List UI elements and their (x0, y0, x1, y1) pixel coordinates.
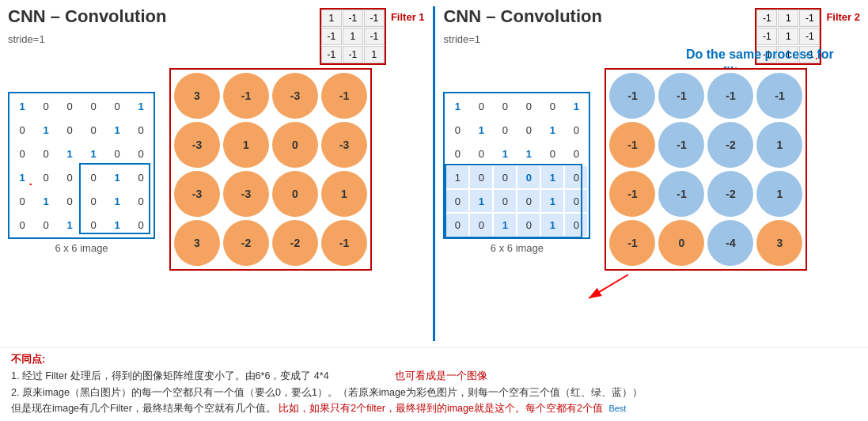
output-cell2: -1 (707, 73, 753, 119)
right-image-label: 6 x 6 image (443, 242, 590, 254)
filter2-cell: -1 (756, 9, 777, 27)
also-label: 也可看成是一个图像 (395, 370, 487, 381)
matrix-cell: 1 (106, 214, 128, 236)
filter1-label: Filter 1 (391, 11, 425, 23)
right-panel: CNN – Convolution stride=1 -1 1 -1 -1 1 … (443, 6, 860, 341)
matrix-cell: 0 (565, 119, 587, 141)
matrix-cell: 0 (494, 190, 516, 212)
matrix-cell: 0 (565, 142, 587, 165)
matrix-cell: 0 (35, 142, 57, 165)
output-cell: 3 (174, 220, 220, 266)
matrix-cell: 0 (517, 119, 540, 141)
output-cell: 0 (272, 122, 318, 168)
output-cell: 3 (174, 73, 220, 119)
output-cell2: -1 (658, 73, 704, 119)
matrix-cell: 0 (35, 166, 57, 188)
filter2-cell: -1 (756, 28, 777, 45)
matrix-cell: 0 (517, 95, 540, 117)
output-cell2: 1 (756, 122, 802, 168)
filter1-cell: -1 (321, 46, 342, 63)
matrix-cell: 0 (106, 142, 128, 165)
filter2-cell: 1 (778, 28, 798, 45)
matrix-cell: 0 (130, 190, 152, 212)
matrix-cell: 0 (517, 190, 540, 212)
right-output-grid: -1 -1 -1 -1 -1 -1 -2 1 -1 -1 -2 (609, 73, 802, 266)
matrix-cell: 1 (82, 142, 104, 165)
filter1-cell: -1 (364, 28, 385, 45)
matrix-cell: 0 (565, 166, 587, 188)
right-matrix-wrapper: 1 0 0 0 0 1 0 1 0 0 1 (443, 92, 590, 254)
matrix-cell: 0 (130, 142, 152, 165)
output-cell2: -1 (658, 122, 704, 168)
matrix-cell: 1 (106, 119, 128, 141)
output-cell: -1 (223, 73, 269, 119)
matrix-cell: 0 (494, 166, 516, 188)
matrix-cell: 1 (470, 119, 492, 141)
matrix-cell: 0 (130, 166, 152, 188)
output-cell: -3 (321, 122, 367, 168)
vertical-divider (433, 6, 436, 341)
matrix-cell: 1 (446, 95, 468, 117)
left-panel: CNN – Convolution stride=1 1 -1 -1 -1 1 … (8, 6, 425, 341)
right-output-area: -1 -1 -1 -1 -1 -1 -2 1 -1 -1 -2 (605, 68, 807, 271)
output-cell2: -1 (658, 171, 704, 217)
best-label: Best (608, 404, 626, 413)
filter1-grid: 1 -1 -1 -1 1 -1 -1 -1 1 (320, 8, 386, 65)
output-cell: -3 (272, 73, 318, 119)
output-cell: -1 (321, 73, 367, 119)
right-matrix-grid: 1 0 0 0 0 1 0 1 0 0 1 (443, 92, 590, 239)
matrix-cell: 0 (446, 142, 468, 165)
matrix-cell: 0 (11, 190, 33, 212)
matrix-cell: 0 (470, 95, 492, 117)
svg-line-1 (589, 275, 628, 298)
filter1-cell: -1 (343, 46, 363, 63)
matrix-cell: 0 (59, 95, 81, 117)
matrix-cell: 0 (11, 142, 33, 165)
filter1-cell: 1 (364, 46, 385, 63)
matrix-cell: 1 (130, 95, 152, 117)
matrix-cell: 0 (82, 214, 104, 236)
matrix-cell: 0 (130, 214, 152, 236)
matrix-cell: 0 (82, 166, 104, 188)
output-cell: -3 (223, 171, 269, 217)
matrix-cell: 1 • (11, 166, 33, 188)
left-output-grid: 3 -1 -3 -1 -3 1 0 -3 -3 -3 0 (174, 73, 367, 266)
matrix-cell: 1 (494, 142, 516, 165)
right-title: CNN – Convolution (443, 6, 601, 27)
matrix-cell: 0 (59, 190, 81, 212)
matrix-cell: 0 (11, 119, 33, 141)
filter1-cell: -1 (343, 9, 363, 27)
bottom-section: 不同点: 1. 经过 Filter 处理后，得到的图像矩阵维度变小了。由6*6，… (0, 347, 868, 421)
output-cell2: 3 (756, 220, 802, 266)
matrix-cell: 0 (494, 95, 516, 117)
output-cell2: 0 (658, 220, 704, 266)
left-output-area: 3 -1 -3 -1 -3 1 0 -3 -3 -3 0 (169, 68, 372, 271)
matrix-cell: 0 (446, 190, 468, 212)
output-cell2: -4 (707, 220, 753, 266)
output-cell: -3 (174, 171, 220, 217)
matrix-cell: 0 (59, 119, 81, 141)
arrow-annotation (581, 267, 707, 314)
filter1-cell: -1 (321, 28, 342, 45)
matrix-cell: 1 (35, 119, 57, 141)
matrix-cell: 0 (446, 214, 468, 236)
matrix-cell: 0 (35, 214, 57, 236)
left-output-grid-container: 3 -1 -3 -1 -3 1 0 -3 -3 -3 0 (169, 68, 372, 271)
output-cell2: -1 (609, 73, 655, 119)
output-cell2: -2 (707, 122, 753, 168)
matrix-cell: 0 (130, 119, 152, 141)
top-section: CNN – Convolution stride=1 1 -1 -1 -1 1 … (0, 0, 868, 347)
bottom-line1: 1. 经过 Filter 处理后，得到的图像矩阵维度变小了。由6*6，变成了 4… (11, 369, 857, 384)
output-cell2: -1 (609, 220, 655, 266)
matrix-cell: 0 (82, 190, 104, 212)
matrix-cell: 1 (541, 119, 563, 141)
matrix-cell: 1 (470, 190, 492, 212)
output-cell2: 1 (756, 171, 802, 217)
matrix-cell: 1 (565, 95, 587, 117)
filter2-cell: -1 (799, 28, 820, 45)
matrix-cell: 0 (470, 214, 492, 236)
matrix-cell: 0 (470, 142, 492, 165)
matrix-cell: 0 (565, 214, 587, 236)
output-cell2: -1 (609, 171, 655, 217)
output-cell: 1 (223, 122, 269, 168)
